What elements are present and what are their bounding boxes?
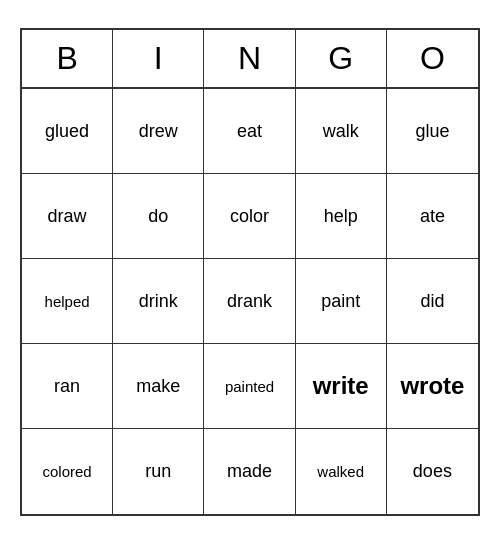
bingo-cell[interactable]: draw (22, 174, 113, 259)
bingo-grid: glueddreweatwalkgluedrawdocolorhelpatehe… (22, 89, 478, 514)
bingo-cell[interactable]: drank (204, 259, 295, 344)
bingo-cell[interactable]: does (387, 429, 478, 514)
bingo-cell[interactable]: do (113, 174, 204, 259)
bingo-cell[interactable]: painted (204, 344, 295, 429)
bingo-cell[interactable]: ran (22, 344, 113, 429)
bingo-cell[interactable]: write (296, 344, 387, 429)
bingo-cell[interactable]: did (387, 259, 478, 344)
bingo-cell[interactable]: help (296, 174, 387, 259)
bingo-cell[interactable]: run (113, 429, 204, 514)
header-letter: I (113, 30, 204, 87)
bingo-header: BINGO (22, 30, 478, 89)
bingo-card: BINGO glueddreweatwalkgluedrawdocolorhel… (20, 28, 480, 516)
bingo-cell[interactable]: glue (387, 89, 478, 174)
bingo-cell[interactable]: wrote (387, 344, 478, 429)
bingo-cell[interactable]: walked (296, 429, 387, 514)
header-letter: B (22, 30, 113, 87)
bingo-cell[interactable]: paint (296, 259, 387, 344)
bingo-cell[interactable]: walk (296, 89, 387, 174)
bingo-cell[interactable]: drink (113, 259, 204, 344)
bingo-cell[interactable]: helped (22, 259, 113, 344)
bingo-cell[interactable]: color (204, 174, 295, 259)
bingo-cell[interactable]: ate (387, 174, 478, 259)
header-letter: N (204, 30, 295, 87)
bingo-cell[interactable]: made (204, 429, 295, 514)
bingo-cell[interactable]: colored (22, 429, 113, 514)
bingo-cell[interactable]: make (113, 344, 204, 429)
header-letter: O (387, 30, 478, 87)
bingo-cell[interactable]: glued (22, 89, 113, 174)
bingo-cell[interactable]: drew (113, 89, 204, 174)
bingo-cell[interactable]: eat (204, 89, 295, 174)
header-letter: G (296, 30, 387, 87)
